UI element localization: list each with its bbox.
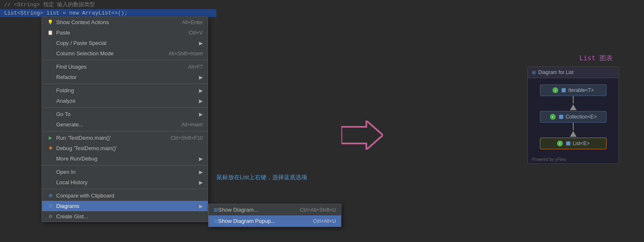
menu-item-diagrams[interactable]: ⊞ Diagrams ▶ [42, 201, 208, 211]
debug-icon: ✱ [47, 146, 54, 151]
node-icon-iterable: I [552, 87, 558, 93]
menu-item-analyze[interactable]: Analyze ▶ [42, 96, 208, 106]
menu-item-debug[interactable]: ✱ Debug 'TestDemo.main()' [42, 143, 208, 153]
analyze-arrow: ▶ [199, 98, 203, 104]
arrow-line-2 [573, 123, 574, 130]
arrow-up-2 [570, 131, 577, 137]
menu-item-show-context-actions[interactable]: 💡 Show Context Actions Alt+Enter [42, 17, 208, 27]
menu-item-find-usages[interactable]: Find Usages Alt+F7 [42, 62, 208, 72]
svg-marker-0 [341, 121, 383, 150]
menu-item-goto[interactable]: Go To ▶ [42, 109, 208, 119]
menu-item-run[interactable]: ▶ Run 'TestDemo.main()' Ctrl+Shift+F10 [42, 133, 208, 143]
diagram-node-iterable[interactable]: I Iterable<T> [540, 84, 607, 96]
node-icon-small-iterable [562, 88, 566, 92]
open-in-arrow: ▶ [199, 169, 203, 175]
menu-item-local-history[interactable]: Local History ▶ [42, 177, 208, 188]
run-icon: ▶ [47, 135, 54, 141]
editor-line-2: List<String> list = new ArrayList<>(); [0, 9, 216, 17]
diagram-title-icon: ⊞ [532, 70, 536, 75]
divider-1 [42, 60, 208, 60]
diagram-label: List 图表 [579, 54, 613, 63]
menu-item-folding[interactable]: Folding ▶ [42, 85, 208, 96]
menu-item-create-gist[interactable]: ⊙ Create Gist... [42, 211, 208, 222]
menu-item-compare-clipboard[interactable]: ⊞ Compare with Clipboard [42, 190, 208, 201]
bulb-icon: 💡 [47, 20, 54, 25]
node-icon-small-list [566, 141, 570, 146]
paste-icon: 📋 [47, 30, 54, 35]
compare-icon: ⊞ [47, 193, 54, 198]
menu-item-column-selection[interactable]: Column Selection Mode Alt+Shift+Insert [42, 48, 208, 59]
editor-line-1: // <String> 指定 输入的数据类型 [0, 0, 216, 9]
diagram-body: I Iterable<T> I Collection<E> I List<E> [528, 78, 619, 156]
diagram-node-list[interactable]: I List<E> [540, 138, 607, 149]
diagrams-submenu-icon-2: ⊞ [214, 218, 218, 224]
menu-item-copy-paste-special[interactable]: Copy / Paste Special ▶ [42, 38, 208, 48]
diagrams-icon: ⊞ [47, 203, 54, 209]
context-menu: 💡 Show Context Actions Alt+Enter 📋 Paste… [42, 17, 208, 222]
node-icon-list: I [557, 141, 563, 146]
annotation-text: 鼠标放在List上右键，选择蓝底选项 [216, 174, 307, 181]
divider-4 [42, 131, 208, 131]
arrow-line-1 [573, 96, 574, 104]
diagram-footer: Powered by yFiles [528, 156, 619, 163]
diagram-panel: ⊞ Diagram for List I Iterable<T> I Colle… [527, 67, 619, 164]
local-history-arrow: ▶ [199, 180, 203, 185]
menu-item-paste[interactable]: 📋 Paste Ctrl+V [42, 27, 208, 38]
submenu-arrow: ▶ [199, 40, 203, 46]
more-run-arrow: ▶ [199, 156, 203, 162]
gist-icon: ⊙ [47, 214, 54, 219]
folding-arrow: ▶ [199, 88, 203, 94]
divider-6 [42, 189, 208, 189]
submenu-item-show-diagram[interactable]: ⊞ Show Diagram... Ctrl+Alt+Shift+U [209, 204, 341, 215]
diagrams-arrow: ▶ [199, 203, 203, 209]
menu-item-open-in[interactable]: Open In ▶ [42, 167, 208, 177]
diagram-title: ⊞ Diagram for List [528, 67, 619, 78]
menu-item-refactor[interactable]: Refactor ▶ [42, 72, 208, 82]
menu-item-generate[interactable]: Generate... Alt+Insert [42, 119, 208, 130]
node-icon-small-collection [559, 115, 563, 119]
divider-3 [42, 107, 208, 108]
submenu-item-show-diagram-popup[interactable]: ⊞ Show Diagram Popup... Ctrl+Alt+U [209, 215, 341, 227]
diagrams-submenu-icon-1: ⊞ [214, 207, 218, 213]
diagram-node-collection[interactable]: I Collection<E> [540, 111, 607, 123]
node-icon-collection: I [550, 114, 556, 120]
refactor-arrow: ▶ [199, 74, 203, 80]
goto-arrow: ▶ [199, 111, 203, 117]
divider-2 [42, 84, 208, 84]
menu-item-more-run[interactable]: More Run/Debug ▶ [42, 153, 208, 164]
divider-5 [42, 165, 208, 165]
arrow-up-1 [570, 104, 577, 110]
diagrams-submenu: ⊞ Show Diagram... Ctrl+Alt+Shift+U ⊞ Sho… [208, 204, 341, 227]
